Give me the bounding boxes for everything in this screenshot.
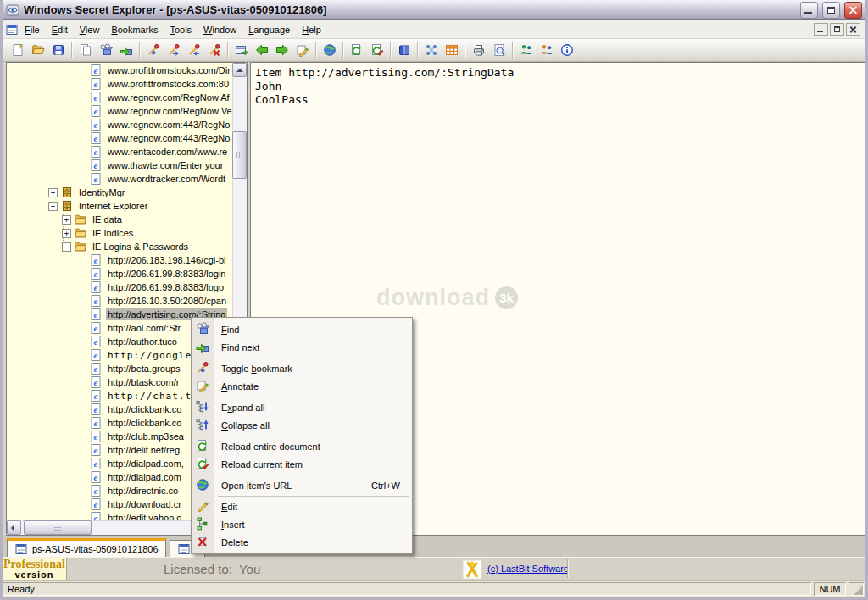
context-menu-item-insert[interactable]: Insert (192, 515, 412, 533)
tree-item-identitymgr[interactable]: +IdentityMgr (7, 186, 232, 199)
scroll-up-button[interactable] (232, 63, 247, 77)
clear-bookmarks-button[interactable] (204, 41, 225, 60)
tree-item-internet-explorer[interactable]: −Internet Explorer (7, 199, 232, 213)
context-menu-item-annotate[interactable]: Annotate (192, 377, 412, 395)
mdi-minimize-button[interactable] (814, 23, 828, 36)
tree-view-button[interactable] (421, 41, 442, 60)
lastbit-link[interactable]: (c) LastBit Software (487, 564, 569, 574)
toolbar-separator (139, 42, 141, 58)
context-menu-item-edit[interactable]: Edit (192, 497, 412, 515)
tree-item-www-regnow-com-443-regno[interactable]: ewww.regnow.com:443/RegNo (7, 131, 232, 145)
context-menu-item-find-next[interactable]: Find next (192, 338, 412, 356)
tree-item-www-thawte-com-enter-your[interactable]: ewww.thawte.com/Enter your (7, 158, 232, 172)
context-menu-item-reload-entire-document[interactable]: Reload entire document (192, 437, 412, 455)
toolbar-separator (71, 42, 73, 58)
document-tab-ps-asus-vitas-050910121806[interactable]: ps-ASUS-vitas-050910121806 (7, 538, 166, 557)
resize-grip[interactable] (849, 582, 864, 596)
horizontal-scroll-thumb[interactable] (24, 520, 92, 535)
context-menu-item-expand-all[interactable]: Expand all (192, 398, 412, 416)
forward-button[interactable] (272, 41, 292, 60)
next-bookmark-button[interactable] (164, 41, 184, 60)
ie-page-icon: e (89, 308, 103, 321)
tree-item-www-regnow-com-regnow-ve[interactable]: ewww.regnow.com/RegNow Ve (7, 104, 232, 118)
find-next-icon (120, 43, 133, 57)
svg-text:e: e (94, 472, 98, 482)
expand-toggle-icon[interactable]: + (62, 229, 71, 238)
menu-view[interactable]: View (74, 22, 106, 37)
menu-file[interactable]: File (19, 22, 46, 37)
tree-item-ie-logins-passwords[interactable]: −IE Logins & Passwords (7, 240, 232, 253)
tree-item-http-206-61-99-8-8383-login[interactable]: ehttp://206.61.99.8:8383/login (7, 267, 232, 281)
about-button[interactable] (557, 41, 577, 60)
svg-text:e: e (94, 364, 98, 374)
tree-item-www-profitfromstocks-com-dir[interactable]: ewww.profitfromstocks.com/Dir (7, 64, 232, 77)
context-menu-item-reload-current-item[interactable]: Reload current item (192, 455, 412, 473)
context-menu-item-open-item-s-url[interactable]: Open item's URLCtrl+W (192, 476, 412, 494)
context-menu-item-find[interactable]: Find (192, 320, 412, 338)
menu-bookmarks[interactable]: Bookmarks (105, 22, 164, 37)
context-menu-item-label: Find next (221, 342, 259, 353)
minimize-button[interactable] (800, 2, 818, 19)
svg-text:e: e (94, 350, 98, 360)
find-next-button[interactable] (116, 41, 136, 60)
print-button[interactable] (469, 41, 489, 60)
menu-language[interactable]: Language (242, 22, 296, 37)
tree-item-http-206-61-99-8-8383-logo[interactable]: ehttp://206.61.99.8:8383/logo (7, 281, 232, 294)
toggle-bookmark-button[interactable] (143, 41, 164, 60)
copy-button[interactable] (75, 41, 96, 60)
tree-item-www-rentacoder-com-www-re[interactable]: ewww.rentacoder.com/www.re (7, 145, 232, 158)
menu-edit[interactable]: Edit (46, 22, 74, 37)
download3k-watermark: download 3k (376, 285, 518, 311)
tree-item-www-regnow-com-regnow-af[interactable]: ewww.regnow.com/RegNow Af (7, 91, 232, 104)
bookmarks-book-button[interactable] (394, 41, 415, 60)
tree-item-label: http://beta.groups (106, 363, 182, 375)
scroll-left-button[interactable] (7, 520, 21, 535)
insert-item-button[interactable] (231, 41, 252, 60)
tree-item-http-216-10-3-50-2080-cpan[interactable]: ehttp://216.10.3.50:2080/cpan (7, 294, 232, 308)
context-menu-item-toggle-bookmark[interactable]: Toggle bookmark (192, 359, 412, 377)
new-document-button[interactable] (8, 41, 28, 60)
save-button[interactable] (48, 41, 69, 60)
tree-item-ie-data[interactable]: +IE data (7, 213, 232, 226)
menu-tools[interactable]: Tools (164, 22, 198, 37)
open-url-button[interactable] (320, 41, 340, 60)
back-button[interactable] (252, 41, 272, 60)
annotate-button[interactable] (292, 41, 313, 60)
tree-item-http-206-183-198-146-cgi-bi[interactable]: ehttp://206.183.198.146/cgi-bi (7, 253, 232, 267)
folder-icon (74, 213, 87, 226)
print-preview-button[interactable] (489, 41, 509, 60)
context-menu-item-collapse-all[interactable]: Collapse all (192, 416, 412, 434)
collapse-toggle-icon[interactable]: − (48, 202, 58, 211)
tree-item-www-wordtracker-com-wordt[interactable]: ewww.wordtracker.com/Wordt (7, 172, 232, 186)
grid-view-button[interactable] (442, 41, 462, 60)
close-button[interactable] (844, 2, 862, 19)
reload-document-button[interactable] (347, 41, 367, 60)
reload-document-icon (196, 439, 209, 453)
tree-item-label: http://btask.com/r (106, 376, 181, 388)
mdi-restore-button[interactable] (830, 23, 844, 36)
password-wizard-button[interactable] (516, 41, 537, 60)
forward-icon (275, 43, 289, 57)
users-button[interactable] (537, 41, 557, 60)
expand-toggle-icon[interactable]: + (48, 188, 58, 197)
menu-help[interactable]: Help (296, 22, 327, 37)
menu-items: FileEditViewBookmarksToolsWindowLanguage… (19, 22, 327, 37)
collapse-toggle-icon[interactable]: − (62, 242, 71, 252)
vertical-scroll-thumb[interactable] (232, 131, 247, 179)
tree-item-ie-indices[interactable]: +IE Indices (7, 226, 232, 240)
toolbar-separator (315, 42, 317, 58)
expand-toggle-icon[interactable]: + (62, 215, 71, 225)
context-menu-item-delete[interactable]: Delete (192, 533, 412, 551)
reload-item-button[interactable] (367, 41, 387, 60)
open-url-icon (196, 478, 209, 492)
restore-button[interactable] (822, 2, 840, 19)
find-button[interactable] (96, 41, 116, 60)
menu-window[interactable]: Window (198, 22, 242, 37)
open-folder-button[interactable] (28, 41, 48, 60)
svg-text:e: e (94, 336, 98, 347)
license-divider (567, 559, 568, 578)
mdi-close-button[interactable] (846, 23, 860, 36)
tree-item-www-regnow-com-443-regno[interactable]: ewww.regnow.com:443/RegNo (7, 118, 232, 131)
previous-bookmark-button[interactable] (184, 41, 204, 60)
tree-item-www-profitfromstocks-com-80[interactable]: ewww.profitfromstocks.com:80 (7, 77, 232, 91)
